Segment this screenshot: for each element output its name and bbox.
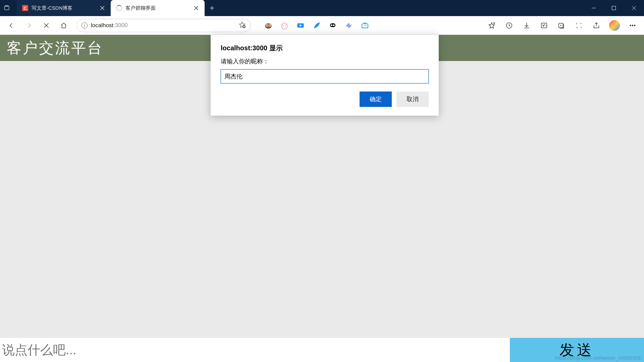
address-bar[interactable]: i localhost:3000 [76, 19, 251, 32]
tab-csdn[interactable]: C 写文章-CSDN博客 [17, 0, 111, 16]
svg-point-18 [365, 25, 366, 26]
svg-point-11 [285, 25, 286, 26]
ext-owl-icon[interactable] [262, 19, 275, 32]
dialog-label: 请输入你的昵称： [221, 57, 429, 65]
tab-overview-button[interactable] [0, 0, 13, 16]
svg-rect-16 [362, 24, 368, 28]
close-window-button[interactable] [624, 0, 644, 16]
dialog-ok-button[interactable]: 确定 [360, 92, 392, 107]
extension-icons [262, 19, 372, 32]
dialog-cancel-button[interactable]: 取消 [396, 92, 429, 107]
home-button[interactable] [56, 17, 72, 34]
browser-toolbar: i localhost:3000 [0, 16, 644, 35]
ext-mask-icon[interactable] [326, 19, 339, 32]
back-button[interactable] [3, 17, 19, 34]
ext-feather-icon[interactable] [310, 19, 323, 32]
window-titlebar: C 写文章-CSDN博客 客户群聊界面 [0, 0, 644, 16]
ext-cat-icon[interactable] [278, 19, 291, 32]
tab-chat[interactable]: 客户群聊界面 [111, 0, 205, 16]
ext-bird-icon[interactable] [342, 19, 356, 32]
share-button[interactable] [588, 17, 604, 34]
loading-favicon-icon [116, 5, 122, 11]
svg-point-15 [333, 24, 335, 26]
tab-title: 客户群聊界面 [125, 5, 156, 11]
window-controls [584, 0, 644, 16]
svg-point-23 [632, 25, 633, 26]
new-tab-button[interactable] [205, 0, 219, 16]
tab-title: 写文章-CSDN博客 [32, 5, 73, 11]
close-tab-button[interactable] [193, 5, 199, 11]
collections-button[interactable] [553, 17, 570, 34]
svg-point-8 [269, 25, 270, 26]
message-input[interactable] [0, 338, 510, 362]
svg-point-10 [283, 25, 284, 26]
forward-button[interactable] [21, 17, 37, 34]
svg-point-17 [364, 25, 364, 26]
browser-right-tools [484, 17, 641, 34]
math-tool-button[interactable] [536, 17, 552, 34]
message-input-row: 发送 [0, 338, 644, 362]
csdn-favicon-icon: C [22, 5, 28, 11]
more-button[interactable] [625, 17, 641, 34]
svg-point-7 [266, 25, 267, 26]
js-prompt-dialog: localhost:3000 显示 请输入你的昵称： 确定 取消 [211, 35, 439, 116]
stop-reload-button[interactable] [38, 17, 54, 34]
profile-avatar-icon[interactable] [609, 20, 620, 31]
downloads-button[interactable] [519, 17, 535, 34]
svg-rect-1 [5, 6, 8, 6]
tab-strip: C 写文章-CSDN博客 客户群聊界面 [13, 0, 219, 16]
ext-video-icon[interactable] [294, 19, 307, 32]
close-tab-button[interactable] [99, 5, 105, 11]
history-button[interactable] [501, 17, 517, 34]
screenshot-button[interactable] [571, 17, 587, 34]
favorite-star-icon[interactable] [238, 21, 246, 30]
site-info-icon[interactable]: i [82, 22, 88, 28]
ext-tv-icon[interactable] [358, 19, 372, 32]
svg-rect-2 [612, 6, 616, 10]
svg-rect-0 [4, 6, 9, 10]
dialog-title: localhost:3000 显示 [221, 44, 429, 53]
favorites-button[interactable] [484, 17, 500, 34]
watermark-text: https://blog.csdn.net/weixin_43982359 [555, 355, 641, 361]
svg-point-14 [331, 24, 332, 26]
svg-point-22 [630, 25, 631, 26]
dialog-input[interactable] [221, 69, 429, 83]
maximize-button[interactable] [604, 0, 624, 16]
svg-point-24 [634, 25, 635, 26]
url-text: localhost:3000 [91, 22, 235, 29]
page-title: 客户交流平台 [7, 38, 103, 58]
minimize-button[interactable] [584, 0, 604, 16]
